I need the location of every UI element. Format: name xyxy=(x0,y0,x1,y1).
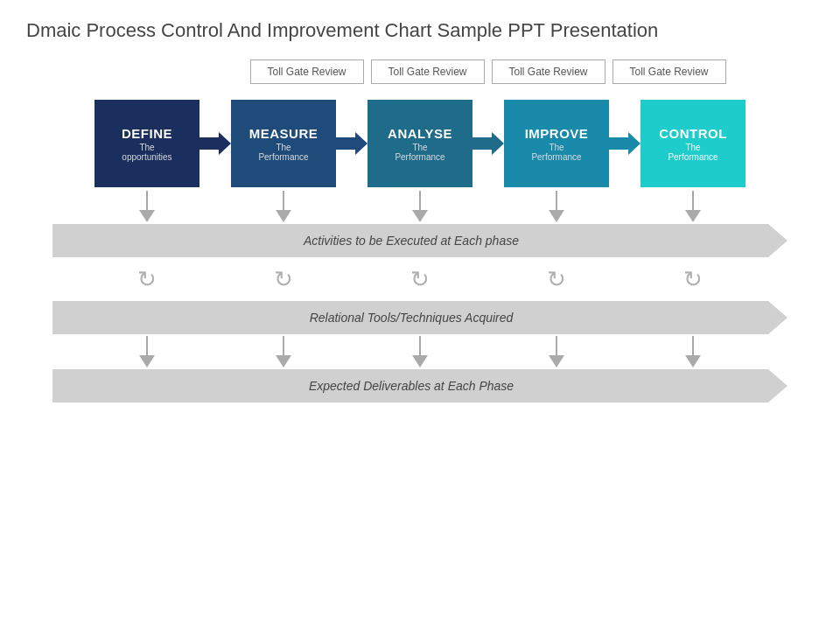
svg-marker-9 xyxy=(412,210,428,222)
analyse-title: ANALYSE xyxy=(388,126,452,141)
improve-title: IMPROVE xyxy=(525,126,589,141)
define-sub: The xyxy=(139,143,154,152)
down-arrow2-cell-2 xyxy=(231,334,336,369)
icon-cell-4: ↻ xyxy=(504,268,609,290)
svg-marker-2 xyxy=(472,132,504,155)
define-item: DEFINE The opportunities xyxy=(94,100,200,187)
svg-marker-0 xyxy=(200,132,231,155)
cycle-icon-4: ↻ xyxy=(547,268,566,290)
measure-item: MEASURE The Performance xyxy=(231,100,336,187)
icon-cell-3: ↻ xyxy=(368,268,472,290)
down-arrow2-cell-1 xyxy=(94,334,200,369)
measure-sub2: Performance xyxy=(258,152,308,162)
banner-3: Expected Deliverables at Each Phase xyxy=(52,369,788,402)
svg-marker-19 xyxy=(412,355,428,368)
cycle-icon-2: ↻ xyxy=(274,268,293,290)
icon-cell-2: ↻ xyxy=(231,268,336,290)
analyse-box: ANALYSE The Performance xyxy=(368,100,472,187)
toll-gate-4: Toll Gate Review xyxy=(612,60,726,84)
analyse-sub2: Performance xyxy=(395,152,444,162)
svg-marker-5 xyxy=(139,210,155,222)
define-sub2: opportunities xyxy=(122,152,172,162)
banner-1: Activities to be Executed at Each phase xyxy=(52,224,788,257)
measure-sub: The xyxy=(276,143,290,152)
cycle-icon-5: ↻ xyxy=(683,268,703,290)
control-sub2: Performance xyxy=(668,152,718,162)
banner-2: Relational Tools/Techniques Acquired xyxy=(52,301,788,334)
control-item: CONTROL The Performance xyxy=(640,100,746,187)
banner-1-text: Activities to be Executed at Each phase xyxy=(304,234,536,248)
toll-gate-1: Toll Gate Review xyxy=(250,60,364,84)
icon-cell-5: ↻ xyxy=(640,268,746,290)
down-arrow2-cell-5 xyxy=(640,334,746,369)
down-arrow-cell-5 xyxy=(640,189,746,224)
down-arrow2-cell-3 xyxy=(368,334,472,369)
improve-box: IMPROVE The Performance xyxy=(504,100,609,187)
down-arrow2-cell-4 xyxy=(504,334,609,369)
svg-marker-11 xyxy=(549,210,564,222)
svg-marker-3 xyxy=(609,132,640,155)
banner-3-text: Expected Deliverables at Each Phase xyxy=(309,379,531,393)
dmaic-row: DEFINE The opportunities MEASURE The Per… xyxy=(52,100,788,187)
define-box: DEFINE The opportunities xyxy=(94,100,200,187)
analyse-sub: The xyxy=(412,143,427,152)
svg-marker-23 xyxy=(685,355,701,368)
define-title: DEFINE xyxy=(122,126,172,141)
down-arrow-cell-1 xyxy=(94,189,200,224)
toll-gate-3: Toll Gate Review xyxy=(492,60,606,84)
svg-marker-15 xyxy=(139,355,155,368)
cycle-icon-1: ↻ xyxy=(137,268,157,290)
banner-2-text: Relational Tools/Techniques Acquired xyxy=(310,311,531,325)
svg-marker-7 xyxy=(276,210,291,222)
toll-gate-row: Toll Gate Review Toll Gate Review Toll G… xyxy=(52,60,788,84)
cycle-icon-3: ↻ xyxy=(410,268,430,290)
measure-title: MEASURE xyxy=(249,126,318,141)
icon-cell-1: ↻ xyxy=(94,268,200,290)
control-box: CONTROL The Performance xyxy=(640,100,746,187)
svg-marker-13 xyxy=(685,210,701,222)
down-arrow-cell-3 xyxy=(368,189,472,224)
control-sub: The xyxy=(685,143,700,152)
analyse-item: ANALYSE The Performance xyxy=(368,100,472,187)
page-title: Dmaic Process Control And Improvement Ch… xyxy=(0,0,840,51)
svg-marker-1 xyxy=(336,132,368,155)
svg-marker-17 xyxy=(276,355,291,368)
measure-box: MEASURE The Performance xyxy=(231,100,336,187)
improve-sub2: Performance xyxy=(531,152,581,162)
down-arrow-cell-4 xyxy=(504,189,609,224)
down-arrows-row-2 xyxy=(52,334,788,369)
icons-row: ↻ ↻ ↻ ↻ ↻ xyxy=(52,257,788,301)
down-arrow-cell-2 xyxy=(231,189,336,224)
down-arrows-row-1 xyxy=(52,189,788,224)
svg-marker-21 xyxy=(549,355,564,368)
control-title: CONTROL xyxy=(659,126,727,141)
improve-sub: The xyxy=(549,143,564,152)
toll-gate-2: Toll Gate Review xyxy=(371,60,485,84)
improve-item: IMPROVE The Performance xyxy=(504,100,609,187)
